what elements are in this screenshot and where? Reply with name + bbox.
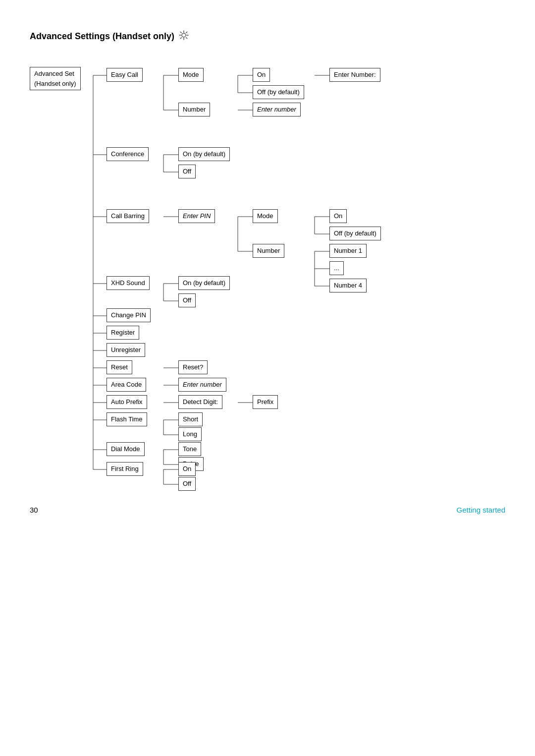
page-title: Advanced Settings (Handset only) [30, 30, 505, 43]
dial-mode-node: Dial Mode [107, 442, 145, 456]
enter-number-mode-node: Enter number [253, 103, 301, 116]
cb-ellipsis-node: ... [329, 261, 344, 275]
flash-time-node: Flash Time [107, 412, 147, 426]
enter-pin-node: Enter PIN [178, 209, 215, 223]
xhd-sound-node: XHD Sound [107, 276, 150, 290]
easy-call-number-node: Number [178, 103, 210, 116]
conf-on-default-node: On (by default) [178, 147, 230, 161]
tree-diagram: Advanced Set (Handset only) Easy Call Co… [30, 58, 505, 504]
xhd-on-default-node: On (by default) [178, 276, 230, 290]
enter-number-label-node: Enter Number: [329, 68, 380, 82]
unregister-node: Unregister [107, 343, 145, 357]
first-ring-on-node: On [178, 462, 196, 476]
reset-q-node: Reset? [178, 360, 208, 374]
cb-mode-off-default-node: Off (by default) [329, 227, 381, 240]
mode-on-node: On [253, 68, 270, 82]
conference-node: Conference [107, 147, 149, 161]
register-node: Register [107, 326, 139, 340]
svg-point-0 [182, 33, 186, 37]
xhd-off-node: Off [178, 293, 196, 307]
page: Advanced Settings (Handset only) [0, 0, 535, 534]
auto-prefix-node: Auto Prefix [107, 395, 147, 409]
getting-started-label: Getting started [457, 506, 505, 514]
first-ring-off-node: Off [178, 477, 196, 491]
cb-number-node: Number [253, 244, 284, 258]
call-barring-node: Call Barring [107, 209, 149, 223]
reset-node: Reset [107, 360, 132, 374]
prefix-node: Prefix [253, 395, 278, 409]
tree-lines [30, 58, 505, 504]
easy-call-node: Easy Call [107, 68, 143, 82]
area-code-node: Area Code [107, 378, 146, 392]
easy-call-mode-node: Mode [178, 68, 204, 82]
dial-tone-node: Tone [178, 442, 201, 456]
gear-icon [178, 30, 189, 43]
conf-off-node: Off [178, 165, 196, 178]
area-code-enter-node: Enter number [178, 378, 226, 392]
cb-num1-node: Number 1 [329, 244, 367, 258]
cb-mode-node: Mode [253, 209, 278, 223]
flash-long-node: Long [178, 427, 202, 441]
advanced-set-node: Advanced Set (Handset only) [30, 67, 81, 90]
page-number: 30 [30, 506, 38, 514]
cb-mode-on-node: On [329, 209, 347, 223]
title-text: Advanced Settings (Handset only) [30, 31, 174, 42]
change-pin-node: Change PIN [107, 308, 151, 322]
cb-num4-node: Number 4 [329, 279, 367, 292]
first-ring-node: First Ring [107, 462, 143, 476]
detect-digit-node: Detect Digit: [178, 395, 222, 409]
flash-short-node: Short [178, 412, 203, 426]
mode-off-default-node: Off (by default) [253, 85, 304, 99]
